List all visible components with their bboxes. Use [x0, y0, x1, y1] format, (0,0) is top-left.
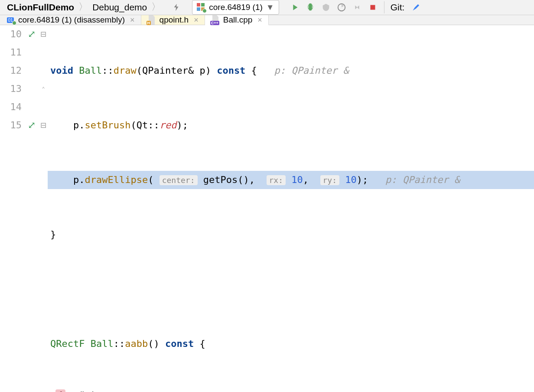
profile-icon[interactable]	[335, 0, 348, 14]
dropdown-icon: ▼	[266, 3, 274, 12]
debug-icon[interactable]	[303, 0, 317, 14]
run-config-label: core.64819 (1)	[209, 3, 263, 12]
member-name: Ball::draw	[70, 390, 108, 392]
close-icon[interactable]: ×	[130, 16, 135, 25]
tab-ball-cpp[interactable]: C++ Ball.cpp ×	[205, 15, 269, 25]
close-icon[interactable]: ×	[194, 16, 199, 25]
binary-file-icon: 01	[6, 16, 15, 24]
stop-icon[interactable]	[366, 0, 380, 14]
config-squares-icon	[197, 3, 205, 12]
attach-icon[interactable]	[350, 0, 364, 14]
editor-tabs: 01 core.64819 (1) (disassembly) × H qpoi…	[0, 15, 534, 25]
close-icon[interactable]: ×	[257, 16, 262, 25]
tab-label: qpoint.h	[160, 15, 189, 25]
fold-icon[interactable]: ⊟	[40, 25, 46, 43]
fold-column: ⊟ ⌃ ⊟	[39, 25, 48, 389]
git-label: Git:	[389, 2, 407, 13]
fold-end-icon[interactable]: ⌃	[42, 80, 45, 98]
run-icon[interactable]	[288, 0, 302, 14]
git-update-icon[interactable]	[408, 0, 422, 14]
coverage-icon[interactable]	[319, 0, 333, 14]
tab-label: core.64819 (1) (disassembly)	[18, 15, 125, 25]
fold-icon[interactable]: ⊟	[40, 116, 46, 134]
chevron-right-icon: 〉	[78, 0, 88, 13]
tab-qpoint[interactable]: H qpoint.h ×	[141, 15, 205, 25]
tab-disassembly[interactable]: 01 core.64819 (1) (disassembly) ×	[0, 15, 141, 25]
line-gutter: 10 11 12 13 14 15	[0, 25, 24, 389]
code-area[interactable]: void Ball::draw(QPainter& p) const { p: …	[48, 25, 534, 389]
breadcrumb-item[interactable]: Debug_demo	[88, 0, 151, 14]
override-icon[interactable]: ⤢	[28, 116, 36, 134]
top-toolbar: CLionFullDemo 〉 Debug_demo 〉 core.64819 …	[0, 0, 534, 15]
gutter-icons: ⤢ ⤢	[24, 25, 39, 389]
override-icon[interactable]: ⤢	[28, 25, 36, 43]
build-icon[interactable]	[169, 0, 183, 14]
chevron-right-icon: 〉	[151, 0, 161, 13]
function-badge-icon: f	[55, 389, 65, 392]
member-breadcrumb[interactable]: f Ball::draw	[0, 389, 534, 392]
code-editor[interactable]: 10 11 12 13 14 15 ⤢ ⤢ ⊟ ⌃ ⊟ void Ball::d…	[0, 25, 534, 389]
breadcrumb: CLionFullDemo 〉 Debug_demo 〉	[3, 0, 161, 14]
svg-rect-1	[370, 5, 375, 10]
cpp-file-icon: C++	[211, 16, 220, 24]
tab-label: Ball.cpp	[223, 15, 253, 25]
header-file-icon: H	[147, 16, 156, 24]
run-config-selector[interactable]: core.64819 (1) ▼	[192, 0, 279, 15]
breadcrumb-root[interactable]: CLionFullDemo	[3, 0, 78, 14]
